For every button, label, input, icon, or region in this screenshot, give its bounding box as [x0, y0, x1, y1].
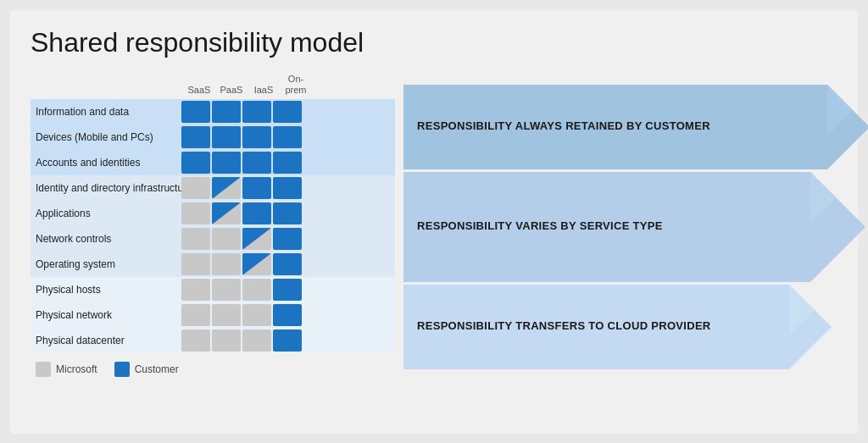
cell-blue [273, 228, 302, 250]
cell-gray [181, 329, 210, 352]
col-header-saas: SaaS [183, 85, 215, 96]
cell-gray [181, 177, 210, 199]
cell-blue [242, 101, 271, 123]
cell-half [212, 202, 241, 224]
cell-gray [242, 279, 271, 301]
table-row: Physical datacenter [31, 328, 395, 353]
cell-blue [273, 253, 302, 275]
table-section: SaaSPaaSIaaSOn-prem Information and data… [31, 74, 395, 377]
cell-gray [242, 329, 271, 352]
legend-microsoft-label: Microsoft [56, 363, 97, 375]
cell-blue [212, 152, 241, 174]
cell-gray [212, 329, 241, 352]
row-label: Network controls [31, 233, 181, 245]
cell-blue [273, 101, 302, 123]
page-title: Shared responsibility model [31, 27, 837, 58]
row-cells [181, 228, 302, 250]
cell-gray [181, 279, 210, 301]
cell-blue [273, 304, 302, 326]
arrow-tip-varies [810, 172, 865, 282]
cell-blue [273, 329, 302, 352]
row-cells [181, 101, 302, 123]
cell-gray [181, 304, 210, 326]
cell-blue [242, 152, 271, 174]
cell-gray [181, 202, 210, 224]
cell-gray [212, 304, 241, 326]
arrow-label-varies: RESPONSIBILITY VARIES BY SERVICE TYPE [403, 172, 810, 282]
table-row: Identity and directory infrastructure [31, 175, 395, 201]
cell-gray [181, 253, 210, 275]
legend-customer-box [114, 362, 130, 377]
row-label: Applications [31, 208, 181, 219]
row-cells [181, 152, 302, 174]
cell-blue [181, 126, 210, 148]
row-label: Information and data [31, 106, 181, 118]
legend: Microsoft Customer [31, 362, 395, 377]
row-cells [181, 202, 302, 224]
table-row: Operating system [31, 252, 395, 277]
row-label: Physical datacenter [31, 335, 181, 346]
cell-blue [212, 101, 241, 123]
cell-gray [242, 304, 271, 326]
main-content: SaaSPaaSIaaSOn-prem Information and data… [31, 74, 837, 377]
band-provider: Physical hostsPhysical networkPhysical d… [31, 277, 395, 353]
table-row: Information and data [31, 99, 395, 125]
arrow-shape-varies: RESPONSIBILITY VARIES BY SERVICE TYPE [403, 202, 810, 252]
band-varies: Identity and directory infrastructureApp… [31, 175, 395, 277]
row-cells [181, 126, 302, 148]
row-label: Physical hosts [31, 284, 181, 296]
row-label: Physical network [31, 309, 181, 321]
legend-microsoft: Microsoft [36, 362, 97, 377]
arrow-varies: RESPONSIBILITY VARIES BY SERVICE TYPE [403, 202, 837, 252]
row-cells [181, 329, 302, 352]
cell-blue [242, 177, 271, 199]
row-cells [181, 177, 302, 199]
arrow-shape-customer: RESPONSIBILITY ALWAYS RETAINED BY CUSTOM… [403, 102, 827, 152]
row-cells [181, 304, 302, 326]
cell-gray [181, 228, 210, 250]
cell-blue [273, 279, 302, 301]
data-rows: Information and dataDevices (Mobile and … [31, 99, 395, 353]
legend-customer: Customer [114, 362, 179, 377]
table-row: Accounts and identities [31, 150, 395, 175]
arrow-tip-customer [827, 85, 868, 169]
arrow-tip-provider [789, 285, 832, 369]
cell-blue [181, 152, 210, 174]
arrow-label-provider: RESPONSIBILITY TRANSFERS TO CLOUD PROVID… [403, 285, 789, 369]
cell-blue [212, 126, 241, 148]
table-row: Physical hosts [31, 277, 395, 302]
column-headers: SaaSPaaSIaaSOn-prem [31, 74, 395, 96]
table-row: Applications [31, 201, 395, 226]
legend-microsoft-box [36, 362, 51, 377]
cell-blue [242, 126, 271, 148]
cell-half [212, 177, 241, 199]
row-label: Operating system [31, 258, 181, 270]
band-customer: Information and dataDevices (Mobile and … [31, 99, 395, 175]
cell-gray [212, 253, 241, 275]
table-row: Physical network [31, 302, 395, 328]
page-container: Shared responsibility model SaaSPaaSIaaS… [10, 10, 858, 434]
col-header-on-prem: On-prem [280, 74, 312, 96]
cell-blue [181, 101, 210, 123]
cell-gray [212, 279, 241, 301]
row-label: Identity and directory infrastructure [31, 182, 181, 194]
cell-half [242, 228, 271, 250]
arrows-section: RESPONSIBILITY ALWAYS RETAINED BY CUSTOM… [395, 74, 837, 377]
cell-blue [273, 126, 302, 148]
cell-half [242, 253, 271, 275]
cell-blue [273, 177, 302, 199]
row-cells [181, 279, 302, 301]
cell-gray [212, 228, 241, 250]
row-label: Devices (Mobile and PCs) [31, 131, 181, 143]
arrow-shape-provider: RESPONSIBILITY TRANSFERS TO CLOUD PROVID… [403, 302, 789, 352]
arrow-provider: RESPONSIBILITY TRANSFERS TO CLOUD PROVID… [403, 302, 837, 352]
col-header-iaas: IaaS [248, 85, 280, 96]
row-label: Accounts and identities [31, 157, 181, 169]
cell-blue [242, 202, 271, 224]
table-row: Devices (Mobile and PCs) [31, 125, 395, 150]
row-cells [181, 253, 302, 275]
arrow-label-customer: RESPONSIBILITY ALWAYS RETAINED BY CUSTOM… [403, 85, 827, 169]
col-header-paas: PaaS [215, 85, 248, 96]
table-row: Network controls [31, 226, 395, 252]
arrow-customer: RESPONSIBILITY ALWAYS RETAINED BY CUSTOM… [403, 102, 837, 152]
